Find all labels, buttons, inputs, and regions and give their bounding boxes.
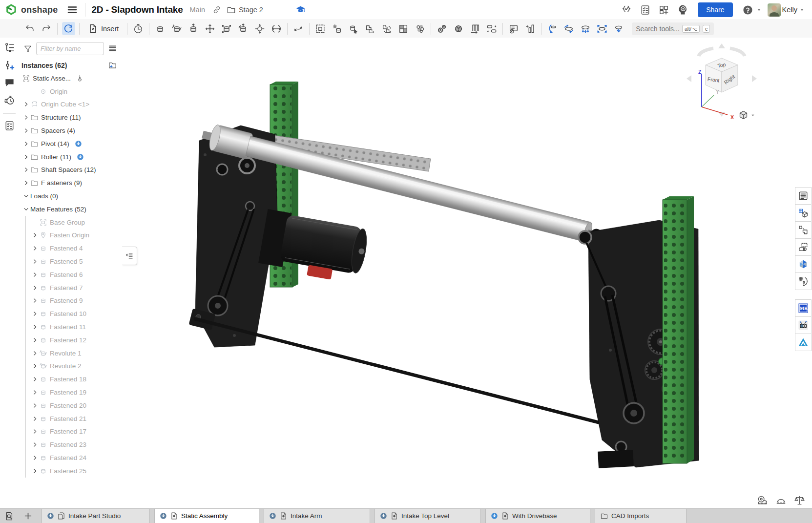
- chevron-right-icon[interactable]: [31, 401, 39, 410]
- chevron-right-icon[interactable]: [31, 271, 39, 279]
- configurations-panel-button[interactable]: [795, 238, 812, 256]
- collapse-panel-handle[interactable]: [122, 247, 137, 265]
- comments-panel-button[interactable]: [4, 77, 15, 88]
- history-panel-button[interactable]: [4, 95, 15, 106]
- chevron-right-icon[interactable]: [31, 336, 39, 344]
- sync-update-button[interactable]: [62, 22, 75, 35]
- mate-revolute-button[interactable]: [170, 22, 184, 35]
- measure-button[interactable]: [524, 22, 537, 35]
- update-available-icon[interactable]: [47, 512, 54, 520]
- tree-item[interactable]: F asteners (9): [19, 176, 122, 189]
- chevron-right-icon[interactable]: [31, 257, 39, 266]
- pinwheel-panel-button[interactable]: [795, 255, 812, 273]
- update-available-icon[interactable]: [380, 512, 387, 520]
- snap-mode-button[interactable]: [292, 22, 305, 35]
- mate-fasten-button[interactable]: [154, 22, 167, 35]
- copy-parts-button[interactable]: [364, 22, 377, 35]
- sprocket-relation-button[interactable]: [452, 22, 465, 35]
- list-options-icon[interactable]: [108, 44, 117, 53]
- chevron-down-icon[interactable]: [22, 205, 30, 213]
- mate-planar-button[interactable]: [204, 22, 217, 35]
- history-clock-button[interactable]: [132, 22, 145, 35]
- chevron-right-icon[interactable]: [31, 362, 39, 370]
- tree-item[interactable]: Fasten Origin: [19, 229, 122, 242]
- tree-item[interactable]: Origin: [19, 85, 122, 98]
- search-tabs-button[interactable]: [0, 509, 19, 523]
- tab-static-assembly[interactable]: Static Assembly: [154, 509, 259, 523]
- tree-item[interactable]: Fastened 17: [19, 425, 122, 439]
- pattern-parts-button[interactable]: [380, 22, 394, 35]
- update-available-icon[interactable]: [160, 512, 167, 520]
- fixed-icon[interactable]: [76, 75, 83, 82]
- chevron-right-icon[interactable]: [31, 296, 39, 305]
- insert-button[interactable]: Insert: [85, 23, 122, 34]
- chevron-right-icon[interactable]: [31, 244, 39, 252]
- anim-revolve-button[interactable]: [562, 22, 576, 35]
- undo-button[interactable]: [23, 22, 37, 35]
- add-folder-button[interactable]: [108, 61, 117, 70]
- versions-button[interactable]: [620, 3, 633, 17]
- tree-item[interactable]: Fastened 10: [19, 307, 122, 320]
- apps-button[interactable]: [657, 3, 670, 17]
- chevron-right-icon[interactable]: [31, 310, 39, 318]
- chevron-right-icon[interactable]: [22, 153, 30, 161]
- tab-intake-top-level[interactable]: Intake Top Level: [375, 509, 481, 523]
- tasks-button[interactable]: [639, 3, 652, 17]
- chevron-right-icon[interactable]: [22, 100, 30, 108]
- user-menu[interactable]: Kelly: [768, 3, 805, 17]
- hide-mates-button[interactable]: [507, 22, 521, 35]
- parts-arrow-panel-button[interactable]: [795, 221, 812, 239]
- cad-app-button[interactable]: [795, 334, 812, 351]
- tree-item[interactable]: Fastened 20: [19, 399, 122, 412]
- learning-center-icon[interactable]: [295, 5, 306, 15]
- update-available-icon[interactable]: [75, 140, 82, 147]
- document-location[interactable]: Stage 2: [227, 5, 263, 15]
- tree-item[interactable]: Fastened 12: [19, 334, 122, 347]
- workspace-name[interactable]: Main: [190, 6, 205, 14]
- tree-item[interactable]: Fastened 19: [19, 386, 122, 399]
- mate-tangent-button[interactable]: [270, 22, 283, 35]
- chevron-right-icon[interactable]: [31, 427, 39, 436]
- select-parts-button[interactable]: [314, 22, 327, 35]
- anim-translate-button[interactable]: [579, 22, 592, 35]
- tree-item[interactable]: Fastened 4: [19, 242, 122, 255]
- tree-item[interactable]: Origin Cube <1>: [19, 98, 122, 111]
- share-button[interactable]: Share: [698, 2, 732, 17]
- structure-tree-panel-button[interactable]: [4, 42, 15, 53]
- chevron-right-icon[interactable]: [31, 375, 39, 383]
- tape-measure-button[interactable]: [757, 495, 768, 506]
- filter-icon[interactable]: [23, 44, 32, 53]
- chevron-right-icon[interactable]: [31, 388, 39, 397]
- chevron-right-icon[interactable]: [31, 231, 39, 239]
- tree-item[interactable]: Spacers (4): [19, 124, 122, 137]
- chevron-right-icon[interactable]: [31, 440, 39, 449]
- update-available-icon[interactable]: [77, 153, 84, 161]
- chevron-right-icon[interactable]: [22, 113, 30, 122]
- interference-button[interactable]: [414, 22, 427, 35]
- tree-item[interactable]: Fastened 23: [19, 438, 122, 451]
- tree-item[interactable]: Shaft Spacers (12): [19, 164, 122, 177]
- tab-intake-part-studio[interactable]: Intake Part Studio: [42, 509, 150, 523]
- graphics-viewport[interactable]: Top Front Right Z Y X: [122, 38, 812, 509]
- add-tab-button[interactable]: [19, 509, 38, 523]
- tab-with-drivebase[interactable]: With Drivebase: [485, 509, 590, 523]
- checklist-panel-button[interactable]: [4, 120, 15, 131]
- rotate-right-arrow[interactable]: [752, 75, 757, 82]
- chevron-right-icon[interactable]: [22, 166, 30, 174]
- rotate-up-arrow[interactable]: [718, 43, 725, 48]
- mate-pin-slot-button[interactable]: [253, 22, 267, 35]
- tree-item[interactable]: Pivot (14): [19, 137, 122, 150]
- onshape-logo[interactable]: onshape: [0, 3, 58, 16]
- search-tools-box[interactable]: Search tools...alt/⌥c: [632, 22, 714, 35]
- mate-cylindrical-button[interactable]: [237, 22, 250, 35]
- main-menu-button[interactable]: [65, 3, 79, 17]
- update-available-icon[interactable]: [491, 512, 498, 520]
- view-orientation-dropdown[interactable]: [738, 110, 756, 120]
- anim-collapse-button[interactable]: [612, 22, 625, 35]
- help-button[interactable]: [741, 3, 754, 17]
- rack-pinion-relation-button[interactable]: [469, 22, 482, 35]
- tree-item[interactable]: Revolute 1: [19, 347, 122, 360]
- tree-item[interactable]: Static Asse...: [19, 72, 122, 85]
- named-positions-button[interactable]: [331, 22, 344, 35]
- view-cube[interactable]: Top Front Right Z Y X: [687, 43, 757, 120]
